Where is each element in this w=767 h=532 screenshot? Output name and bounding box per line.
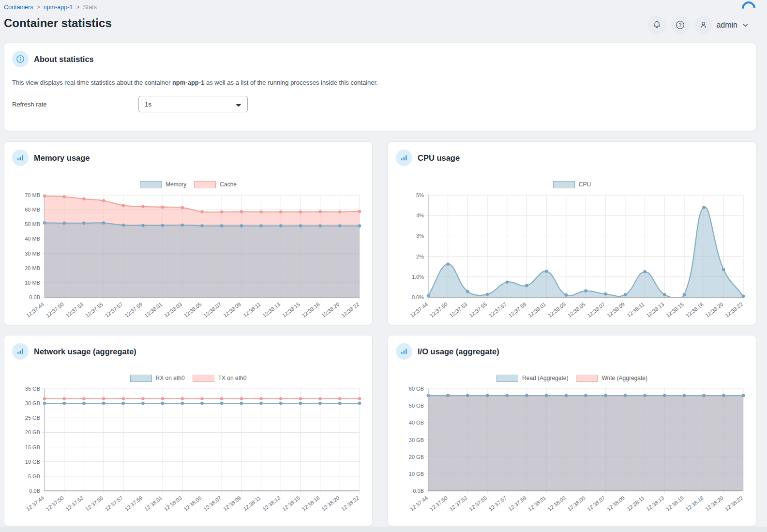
legend-swatch-icon <box>130 375 152 382</box>
help-icon <box>675 20 685 30</box>
breadcrumb-separator: > <box>36 4 40 11</box>
refresh-rate-select[interactable]: 1s <box>138 96 248 112</box>
svg-text:12:38:15: 12:38:15 <box>665 495 685 512</box>
breadcrumb-link-containers[interactable]: Containers <box>4 4 33 11</box>
svg-text:12:37:50: 12:37:50 <box>429 301 449 319</box>
svg-text:1.0%: 1.0% <box>412 274 424 280</box>
help-button[interactable] <box>671 16 689 34</box>
svg-text:12:38:09: 12:38:09 <box>222 495 242 512</box>
info-icon <box>12 51 29 67</box>
legend-swatch-icon <box>576 375 598 382</box>
svg-text:12:38:07: 12:38:07 <box>586 301 606 319</box>
legend-label: Write (Aggregate) <box>602 375 647 381</box>
svg-text:20 GB: 20 GB <box>25 429 40 435</box>
svg-text:12:37:44: 12:37:44 <box>409 301 429 319</box>
legend-label: TX on eth0 <box>218 375 247 381</box>
svg-text:12:38:13: 12:38:13 <box>261 495 281 512</box>
svg-text:12:38:01: 12:38:01 <box>527 301 547 319</box>
legend-item[interactable]: TX on eth0 <box>193 375 247 382</box>
svg-text:12:37:55: 12:37:55 <box>84 301 104 319</box>
svg-text:12:38:15: 12:38:15 <box>281 301 301 319</box>
loading-spinner-icon <box>739 0 758 18</box>
svg-text:12:38:15: 12:38:15 <box>281 495 301 512</box>
svg-text:12:38:05: 12:38:05 <box>183 301 203 319</box>
svg-text:10 GB: 10 GB <box>25 459 40 465</box>
svg-text:12:37:55: 12:37:55 <box>468 301 488 319</box>
svg-text:4%: 4% <box>416 213 424 218</box>
svg-text:30 GB: 30 GB <box>409 437 424 443</box>
svg-text:40 GB: 40 GB <box>409 420 424 426</box>
svg-text:12:37:59: 12:37:59 <box>507 301 527 319</box>
svg-text:12:38:07: 12:38:07 <box>202 301 222 319</box>
bar-chart-icon <box>396 150 412 166</box>
user-avatar-button[interactable] <box>694 16 712 34</box>
svg-text:0.0%: 0.0% <box>412 294 424 300</box>
svg-text:12:38:03: 12:38:03 <box>163 301 183 319</box>
svg-text:12:37:57: 12:37:57 <box>104 301 124 319</box>
svg-text:50 MB: 50 MB <box>25 221 40 227</box>
svg-text:60 MB: 60 MB <box>25 207 40 213</box>
svg-text:60 GB: 60 GB <box>409 386 424 392</box>
io-usage-panel: I/O usage (aggregate) Read (Aggregate)Wr… <box>388 335 756 526</box>
svg-text:20 GB: 20 GB <box>409 454 424 460</box>
container-name: npm-app-1 <box>172 79 204 86</box>
page-title: Container statistics <box>4 16 112 30</box>
bar-chart-icon <box>12 150 29 166</box>
svg-text:12:37:59: 12:37:59 <box>507 495 527 512</box>
user-icon <box>698 20 708 30</box>
chart-legend: MemoryCache <box>12 181 364 188</box>
cpu-chart: 5%4%3%2%1.0%0.0%12:37:4412:37:5012:37:53… <box>396 192 748 320</box>
legend-swatch-icon <box>496 375 518 382</box>
notifications-button[interactable] <box>648 16 666 34</box>
svg-text:12:37:57: 12:37:57 <box>488 495 508 512</box>
svg-text:12:38:18: 12:38:18 <box>301 301 321 319</box>
header-actions: admin <box>648 16 750 34</box>
svg-text:12:37:57: 12:37:57 <box>104 495 124 512</box>
svg-text:10 MB: 10 MB <box>25 280 40 286</box>
svg-text:12:38:22: 12:38:22 <box>724 495 744 512</box>
legend-label: Memory <box>165 181 186 188</box>
svg-text:12:38:20: 12:38:20 <box>320 495 340 512</box>
legend-label: CPU <box>579 181 591 188</box>
legend-item[interactable]: CPU <box>553 181 591 188</box>
svg-text:3%: 3% <box>416 233 424 239</box>
legend-item[interactable]: RX on eth0 <box>130 375 185 382</box>
user-menu[interactable]: admin <box>694 16 750 34</box>
svg-text:12:38:11: 12:38:11 <box>242 301 261 318</box>
svg-text:12:38:20: 12:38:20 <box>704 301 724 319</box>
svg-text:12:38:13: 12:38:13 <box>645 301 665 319</box>
svg-text:12:38:22: 12:38:22 <box>340 301 360 319</box>
svg-text:10 GB: 10 GB <box>409 471 424 477</box>
svg-text:70 MB: 70 MB <box>25 192 40 198</box>
legend-label: RX on eth0 <box>156 375 185 381</box>
io-chart: 60 GB50 GB40 GB30 GB20 GB10 GB0.0B12:37:… <box>396 386 748 514</box>
svg-text:0.0B: 0.0B <box>29 488 40 494</box>
svg-text:12:37:59: 12:37:59 <box>123 495 143 512</box>
breadcrumb: Containers > npm-app-1 > Stats <box>4 4 97 11</box>
breadcrumb-separator: > <box>76 4 79 11</box>
svg-text:12:38:22: 12:38:22 <box>340 495 360 512</box>
bar-chart-icon <box>396 343 412 360</box>
legend-item[interactable]: Cache <box>194 181 237 188</box>
bar-chart-icon <box>12 343 29 360</box>
svg-text:12:38:03: 12:38:03 <box>547 495 567 512</box>
breadcrumb-link-container-name[interactable]: npm-app-1 <box>44 4 73 11</box>
refresh-rate-label: Refresh rate <box>12 101 138 108</box>
svg-text:12:37:57: 12:37:57 <box>488 301 508 319</box>
legend-item[interactable]: Read (Aggregate) <box>496 375 568 382</box>
svg-text:12:38:01: 12:38:01 <box>527 495 547 512</box>
svg-text:12:38:20: 12:38:20 <box>704 495 724 512</box>
cpu-usage-panel: CPU usage CPU 5%4%3%2%1.0%0.0%12:37:4412… <box>388 141 756 325</box>
svg-text:12:37:44: 12:37:44 <box>25 301 45 319</box>
svg-text:12:37:44: 12:37:44 <box>409 495 429 512</box>
svg-text:15 GB: 15 GB <box>25 444 40 450</box>
legend-item[interactable]: Memory <box>140 181 186 188</box>
svg-text:12:37:53: 12:37:53 <box>448 301 468 319</box>
legend-label: Read (Aggregate) <box>522 375 568 381</box>
chart-legend: CPU <box>396 181 748 188</box>
svg-text:40 MB: 40 MB <box>25 236 40 242</box>
legend-swatch-icon <box>140 181 162 188</box>
svg-text:12:37:53: 12:37:53 <box>64 301 84 319</box>
legend-item[interactable]: Write (Aggregate) <box>576 375 647 382</box>
chart-legend: RX on eth0TX on eth0 <box>12 374 364 382</box>
